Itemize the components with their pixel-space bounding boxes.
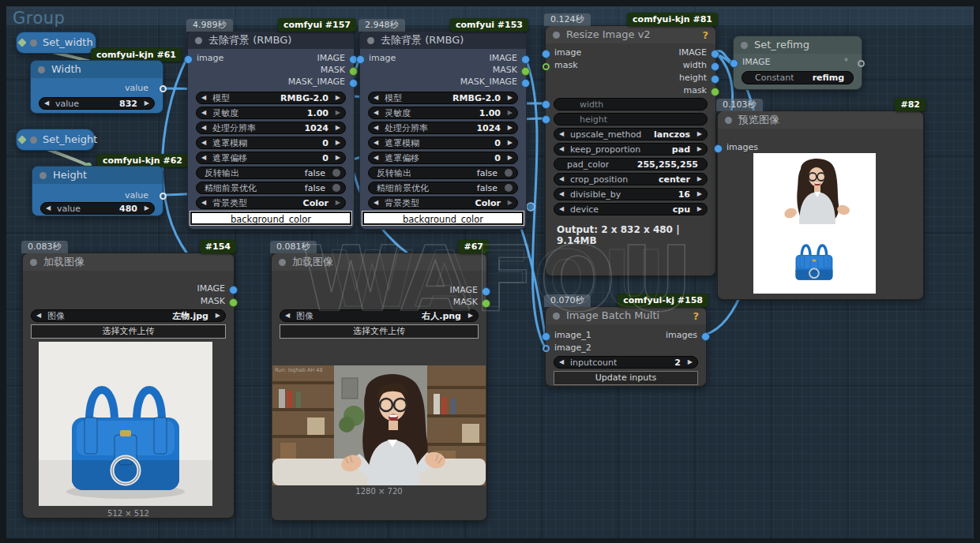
right-arrow-icon[interactable] [694,189,702,200]
help-icon[interactable]: ? [702,29,708,41]
output-dot-height[interactable] [711,75,719,84]
node-load-image-154[interactable]: 0.083秒 #154 加载图像 IMAGE MASK 图像 左物.jpg 选择… [22,253,235,519]
right-arrow-icon[interactable] [505,137,513,148]
background-type-widget[interactable]: 背景类型 Color [368,197,518,209]
value-widget[interactable]: value 832 [39,97,155,110]
node-graph-canvas[interactable]: Group Set_width comfyui-kjn #61 Width va… [0,0,980,543]
refine-foreground-toggle[interactable]: 精细前景优化 false [196,182,346,194]
node-height[interactable]: Height value value 480 [32,166,163,216]
value-widget[interactable]: value 480 [40,202,155,215]
node-remove-bg-153[interactable]: 2.948秒 comfyui #153 去除背景 (RMBG) image IM… [359,31,527,230]
device-widget[interactable]: device cpu [554,203,708,215]
right-arrow-icon[interactable] [694,174,702,185]
left-arrow-icon[interactable] [374,122,381,133]
help-icon[interactable]: ? [693,310,699,322]
left-arrow-icon[interactable] [201,107,209,118]
output-dot-mask[interactable] [711,88,719,96]
right-arrow-icon[interactable] [332,197,340,208]
input-dot-height-widget[interactable] [542,115,550,124]
image-file-widget[interactable]: 图像 左物.jpg [31,309,226,322]
divisible-by-widget[interactable]: divisible_by 16 [554,188,708,200]
mask-blur-widget[interactable]: 遮罩模糊 0 [196,137,346,149]
collapsed-slot-icon[interactable] [17,38,26,47]
left-arrow-icon[interactable] [36,310,44,321]
right-arrow-icon[interactable] [505,152,513,163]
height-widget-input[interactable]: height [554,113,708,125]
right-arrow-icon[interactable] [332,122,340,133]
refine-foreground-toggle[interactable]: 精细前景优化 false [368,182,518,194]
collapse-dot-icon[interactable] [38,66,45,73]
pad-color-widget[interactable]: pad_color 255,255,255 [554,158,708,170]
left-arrow-icon[interactable] [374,152,381,163]
right-arrow-icon[interactable] [505,197,513,208]
output-dot-image[interactable] [521,55,530,64]
collapse-dot-icon[interactable] [30,137,37,144]
right-arrow-icon[interactable] [141,203,149,214]
right-arrow-icon[interactable] [332,152,340,163]
output-dot-mask[interactable] [349,67,358,76]
collapsed-slot-icon[interactable] [17,135,26,144]
sensitivity-widget[interactable]: 灵敏度 1.00 [368,107,518,119]
left-arrow-icon[interactable] [374,137,381,148]
left-arrow-icon[interactable] [201,152,209,163]
left-arrow-icon[interactable] [46,203,54,214]
invert-output-toggle[interactable]: 反转输出 false [368,167,518,179]
toggle-knob-icon[interactable] [332,184,340,192]
node-set-width[interactable]: Set_width comfyui-kjn #61 [16,32,96,54]
inputcount-widget[interactable]: inputcount 2 [554,356,698,369]
output-dot-mask[interactable] [229,298,238,307]
output-dot-image[interactable] [229,286,238,294]
left-arrow-icon[interactable] [201,197,209,208]
input-dot-images[interactable] [714,144,723,153]
background-color-field[interactable]: background_color [190,212,351,225]
right-arrow-icon[interactable] [332,137,340,148]
node-image-batch-multi[interactable]: 0.070秒 comfyui-kj #158 Image Batch Multi… [545,306,707,387]
upscale-method-widget[interactable]: upscale_method lanczos [554,128,708,140]
output-dot-any[interactable] [858,60,865,67]
right-arrow-icon[interactable] [694,129,702,140]
input-dot-width-widget[interactable] [542,100,550,109]
model-widget[interactable]: 模型 RMBG-2.0 [368,92,518,104]
toggle-knob-icon[interactable] [505,169,513,177]
node-width[interactable]: Width value value 832 [30,60,163,114]
choose-file-upload-button[interactable]: 选择文件上传 [280,324,479,339]
output-dot-value[interactable] [160,85,167,92]
right-arrow-icon[interactable] [505,107,513,118]
collapse-dot-icon[interactable] [367,37,374,44]
toggle-knob-icon[interactable] [332,169,340,177]
sensitivity-widget[interactable]: 灵敏度 1.00 [196,107,346,119]
mask-offset-widget[interactable]: 遮罩偏移 0 [368,152,518,164]
output-dot-value[interactable] [160,193,167,200]
right-arrow-icon[interactable] [332,92,340,103]
update-inputs-button[interactable]: Update inputs [554,371,698,385]
mask-blur-widget[interactable]: 遮罩模糊 0 [368,137,518,149]
output-dot-image[interactable] [711,50,719,58]
resolution-widget[interactable]: 处理分辨率 1024 [368,122,518,134]
left-arrow-icon[interactable] [201,122,209,133]
node-set-refimg[interactable]: Set_refimg IMAGE * Constant refimg [733,36,862,90]
reroute-dot[interactable] [527,203,535,211]
left-arrow-icon[interactable] [559,129,567,140]
invert-output-toggle[interactable]: 反转输出 false [196,167,346,179]
right-arrow-icon[interactable] [332,107,340,118]
background-type-widget[interactable]: 背景类型 Color [196,197,346,209]
left-arrow-icon[interactable] [201,137,209,148]
left-arrow-icon[interactable] [374,107,381,118]
collapse-dot-icon[interactable] [725,117,732,124]
output-dot-mask-image[interactable] [521,79,530,88]
collapse-dot-icon[interactable] [195,37,202,44]
output-dot-images[interactable] [701,332,710,341]
right-arrow-icon[interactable] [505,122,513,133]
input-dot-image[interactable] [184,55,193,64]
constant-widget[interactable]: Constant refimg [742,71,854,84]
output-dot-width[interactable] [711,62,719,71]
choose-file-upload-button[interactable]: 选择文件上传 [31,324,226,339]
node-resize-image-v2[interactable]: 0.124秒 comfyui-kjn #81 Resize Image v2 ?… [545,25,716,276]
collapse-dot-icon[interactable] [39,172,47,179]
right-arrow-icon[interactable] [465,310,473,321]
collapse-dot-icon[interactable] [741,42,748,49]
node-load-image-67[interactable]: 0.081秒 #67 加载图像 IMAGE MASK 图像 右人.png 选择文… [271,253,487,521]
width-widget-input[interactable]: width [554,98,708,110]
right-arrow-icon[interactable] [141,98,149,109]
background-color-field[interactable]: background_color [362,212,524,225]
